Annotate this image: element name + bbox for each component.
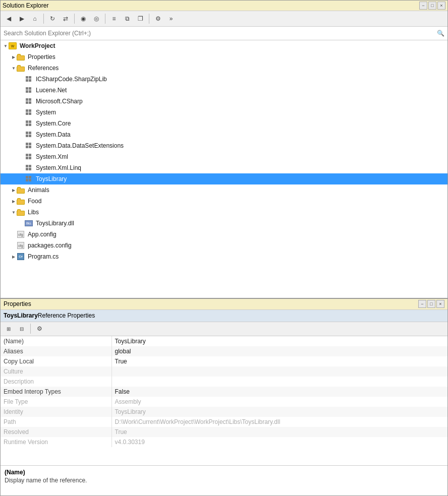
tree-label-libs: Libs xyxy=(28,209,39,216)
tree-item-systemdata[interactable]: System.Data xyxy=(1,129,447,140)
props-row-filetype[interactable]: File TypeAssembly xyxy=(1,397,447,407)
tree-item-microsoftcsharp[interactable]: Microsoft.CSharp xyxy=(1,96,447,107)
properties-panel: Properties − □ × ToysLibrary Reference P… xyxy=(1,299,447,495)
tree-label-references: References xyxy=(28,65,59,72)
folder-icon xyxy=(17,54,25,60)
folder-icon xyxy=(17,187,25,194)
props-label-filetype: File Type xyxy=(1,397,111,407)
copy-button[interactable]: ⧉ xyxy=(121,13,133,25)
reference-icon xyxy=(26,132,32,138)
props-object-name: ToysLibrary xyxy=(4,312,38,319)
props-row-aliases[interactable]: Aliasesglobal xyxy=(1,346,447,356)
nav2-button[interactable]: ◎ xyxy=(90,13,102,25)
tree-item-systemxml[interactable]: System.Xml xyxy=(1,151,447,162)
sync-button[interactable]: ⇄ xyxy=(60,13,72,25)
props-dock-button[interactable]: □ xyxy=(427,300,435,308)
props-label-identity: Identity xyxy=(1,407,111,417)
close-button[interactable]: × xyxy=(437,2,445,10)
back-button[interactable]: ◀ xyxy=(3,13,15,25)
tree-item-systemcore[interactable]: System.Core xyxy=(1,118,447,129)
tree-item-properties[interactable]: ▶ Properties xyxy=(1,51,447,63)
props-pin-button[interactable]: − xyxy=(418,300,426,308)
expand-arrow-lucene xyxy=(19,86,25,94)
props-row-resolved[interactable]: ResolvedTrue xyxy=(1,427,447,437)
expand-arrow-icsharpcode xyxy=(19,75,25,83)
tree-label-programcs: Program.cs xyxy=(28,253,59,260)
settings-button[interactable]: ⚙ xyxy=(152,13,164,25)
expand-arrow-programcs[interactable]: ▶ xyxy=(11,253,17,261)
tree-item-systemxmllinq[interactable]: System.Xml.Linq xyxy=(1,162,447,173)
nav1-button[interactable]: ◉ xyxy=(77,13,89,25)
properties-toolbar: ⊞ ⊟ ⚙ xyxy=(1,322,447,336)
ref-icon-lucene xyxy=(25,86,33,94)
props-row-name[interactable]: (Name)ToysLibrary xyxy=(1,336,447,346)
refresh-button[interactable]: ↻ xyxy=(46,13,59,25)
paste-icon: ❐ xyxy=(138,15,143,22)
props-row-path[interactable]: PathD:\Work\Current\WorkProject\WorkProj… xyxy=(1,417,447,427)
props-row-runtimeversion[interactable]: Runtime Versionv4.0.30319 xyxy=(1,437,447,447)
solution-toolbar: ◀ ▶ ⌂ ↻ ⇄ ◉ ◎ ≡ ⧉ ❐ xyxy=(1,11,447,27)
props-category-button[interactable]: ⊞ xyxy=(3,323,15,335)
properties-title: Properties xyxy=(4,300,31,307)
tree-item-packagesconfig[interactable]: cfgpackages.config xyxy=(1,240,447,251)
props-scroll-area[interactable]: (Name)ToysLibraryAliasesglobalCopy Local… xyxy=(1,336,447,447)
tree-label-toyslibrarydll: ToysLibrary.dll xyxy=(36,220,74,227)
props-value-name[interactable]: ToysLibrary xyxy=(111,336,447,346)
ref-icon-systemxml xyxy=(25,153,33,161)
tree-item-references[interactable]: ▼ References xyxy=(1,63,447,74)
paste-button[interactable]: ❐ xyxy=(134,13,146,25)
props-close-button[interactable]: × xyxy=(436,300,444,308)
tree-item-toyslibrarydll[interactable]: DLLToysLibrary.dll xyxy=(1,218,447,229)
tree-item-appconfig[interactable]: cfgApp.config xyxy=(1,229,447,240)
expand-arrow-workproject[interactable]: ▼ xyxy=(3,42,9,50)
tree-item-workproject[interactable]: ▼WWorkProject xyxy=(1,40,447,51)
dock-button[interactable]: □ xyxy=(428,2,436,10)
props-value-culture xyxy=(111,366,447,377)
more-button[interactable]: » xyxy=(165,13,177,25)
collapse-icon: ≡ xyxy=(112,15,116,22)
props-alpha-button[interactable]: ⊟ xyxy=(16,323,28,335)
props-row-description[interactable]: Description xyxy=(1,377,447,387)
tree-item-system[interactable]: System xyxy=(1,107,447,118)
props-row-copylocal[interactable]: Copy LocalTrue xyxy=(1,356,447,366)
tree-item-food[interactable]: ▶ Food xyxy=(1,196,447,207)
expand-arrow-animals[interactable]: ▶ xyxy=(11,186,17,194)
props-value-resolved: True xyxy=(111,427,447,437)
home-button[interactable]: ⌂ xyxy=(29,13,41,25)
ref-icon-systemdataext xyxy=(25,142,33,150)
reference-icon xyxy=(26,120,32,127)
expand-arrow-packagesconfig xyxy=(11,241,17,250)
expand-arrow-properties[interactable]: ▶ xyxy=(11,53,17,61)
props-value-embedinterop[interactable]: False xyxy=(111,387,447,397)
config-icon-packagesconfig: cfg xyxy=(17,241,25,250)
collapse-button[interactable]: ≡ xyxy=(108,13,120,25)
props-row-identity[interactable]: IdentityToysLibrary xyxy=(1,407,447,417)
tree-item-programcs[interactable]: ▶C#Program.cs xyxy=(1,251,447,262)
props-value-copylocal[interactable]: True xyxy=(111,356,447,366)
reference-icon xyxy=(26,76,32,82)
props-settings-icon: ⚙ xyxy=(37,325,42,332)
project-icon: W xyxy=(9,42,17,49)
reference-icon xyxy=(26,143,32,149)
tree-item-systemdataext[interactable]: System.Data.DataSetExtensions xyxy=(1,140,447,151)
tree-item-lucene[interactable]: Lucene.Net xyxy=(1,85,447,96)
tree-item-libs[interactable]: ▼ Libs xyxy=(1,207,447,218)
props-row-embedinterop[interactable]: Embed Interop TypesFalse xyxy=(1,387,447,397)
expand-arrow-systemcore xyxy=(19,119,25,128)
expand-arrow-references[interactable]: ▼ xyxy=(11,64,17,72)
tree-item-animals[interactable]: ▶ Animals xyxy=(1,184,447,196)
properties-titlebar: Properties − □ × xyxy=(1,299,447,310)
home-icon: ⌂ xyxy=(33,15,36,22)
forward-button[interactable]: ▶ xyxy=(16,13,28,25)
props-settings-button[interactable]: ⚙ xyxy=(33,323,45,335)
tree-item-toyslibrary[interactable]: ToysLibrary xyxy=(1,173,447,184)
search-input[interactable] xyxy=(4,30,435,37)
expand-arrow-libs[interactable]: ▼ xyxy=(11,208,17,216)
props-value-aliases[interactable]: global xyxy=(111,346,447,356)
reference-icon xyxy=(26,87,32,93)
pin-button[interactable]: − xyxy=(419,2,427,10)
expand-arrow-food[interactable]: ▶ xyxy=(11,197,17,205)
props-row-culture[interactable]: Culture xyxy=(1,366,447,377)
solution-tree-panel[interactable]: ▼WWorkProject▶ Properties▼ References IC… xyxy=(1,40,447,298)
tree-item-icsharpcode[interactable]: ICSharpCode.SharpZipLib xyxy=(1,74,447,85)
